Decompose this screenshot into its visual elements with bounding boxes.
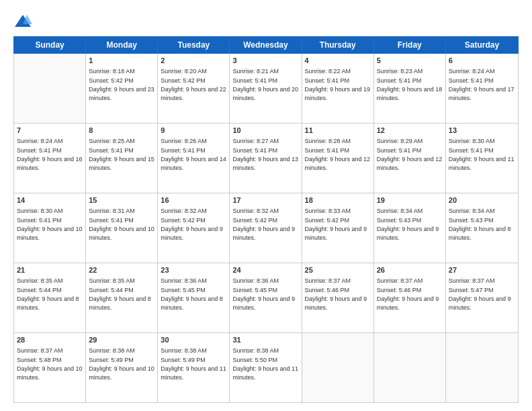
cell-info: Sunrise: 8:22 AMSunset: 5:41 PMDaylight:… <box>305 68 371 101</box>
day-number: 20 <box>449 195 515 205</box>
calendar-cell: 3 Sunrise: 8:21 AMSunset: 5:41 PMDayligh… <box>230 54 302 123</box>
cell-info: Sunrise: 8:35 AMSunset: 5:44 PMDaylight:… <box>89 277 151 311</box>
day-header-tuesday: Tuesday <box>158 37 230 53</box>
day-number: 4 <box>305 56 371 66</box>
calendar-cell: 5 Sunrise: 8:23 AMSunset: 5:41 PMDayligh… <box>374 54 446 123</box>
calendar-cell: 31 Sunrise: 8:38 AMSunset: 5:50 PMDaylig… <box>230 333 302 402</box>
logo-icon <box>13 12 32 31</box>
cell-info: Sunrise: 8:32 AMSunset: 5:42 PMDaylight:… <box>232 208 295 241</box>
calendar-cell: 7 Sunrise: 8:24 AMSunset: 5:41 PMDayligh… <box>14 124 86 193</box>
calendar-cell: 1 Sunrise: 8:18 AMSunset: 5:42 PMDayligh… <box>86 54 158 123</box>
cell-info: Sunrise: 8:35 AMSunset: 5:44 PMDaylight:… <box>17 277 79 311</box>
day-number: 25 <box>305 265 371 275</box>
calendar-cell: 8 Sunrise: 8:25 AMSunset: 5:41 PMDayligh… <box>86 124 158 193</box>
day-number: 6 <box>449 56 515 66</box>
cell-info: Sunrise: 8:36 AMSunset: 5:45 PMDaylight:… <box>232 277 295 311</box>
day-number: 13 <box>449 126 515 136</box>
day-header-sunday: Sunday <box>14 37 86 53</box>
day-number: 9 <box>161 126 226 136</box>
calendar-cell: 11 Sunrise: 8:28 AMSunset: 5:41 PMDaylig… <box>302 124 374 193</box>
cell-info: Sunrise: 8:34 AMSunset: 5:43 PMDaylight:… <box>449 208 511 241</box>
day-number: 15 <box>89 195 154 205</box>
cell-info: Sunrise: 8:21 AMSunset: 5:41 PMDaylight:… <box>232 68 298 101</box>
day-number: 24 <box>232 265 298 275</box>
cell-info: Sunrise: 8:37 AMSunset: 5:46 PMDaylight:… <box>377 277 439 311</box>
day-number: 7 <box>17 126 83 136</box>
calendar-cell: 16 Sunrise: 8:32 AMSunset: 5:42 PMDaylig… <box>158 193 230 263</box>
cell-info: Sunrise: 8:24 AMSunset: 5:41 PMDaylight:… <box>17 138 83 171</box>
cell-info: Sunrise: 8:26 AMSunset: 5:41 PMDaylight:… <box>161 138 226 171</box>
day-number: 23 <box>161 265 226 275</box>
calendar-cell: 23 Sunrise: 8:36 AMSunset: 5:45 PMDaylig… <box>158 263 230 332</box>
cell-info: Sunrise: 8:20 AMSunset: 5:42 PMDaylight:… <box>161 68 226 101</box>
calendar-row: 28 Sunrise: 8:37 AMSunset: 5:48 PMDaylig… <box>14 333 518 402</box>
cell-info: Sunrise: 8:23 AMSunset: 5:41 PMDaylight:… <box>377 68 443 101</box>
cell-info: Sunrise: 8:33 AMSunset: 5:42 PMDaylight:… <box>305 208 367 241</box>
logo <box>13 12 35 31</box>
calendar-cell: 9 Sunrise: 8:26 AMSunset: 5:41 PMDayligh… <box>158 124 230 193</box>
calendar-cell: 21 Sunrise: 8:35 AMSunset: 5:44 PMDaylig… <box>14 263 86 332</box>
cell-info: Sunrise: 8:18 AMSunset: 5:42 PMDaylight:… <box>89 68 154 101</box>
calendar-cell: 24 Sunrise: 8:36 AMSunset: 5:45 PMDaylig… <box>230 263 302 332</box>
calendar-cell <box>374 333 446 402</box>
cell-info: Sunrise: 8:36 AMSunset: 5:45 PMDaylight:… <box>161 277 223 311</box>
day-number: 31 <box>232 335 298 345</box>
calendar-row: 1 Sunrise: 8:18 AMSunset: 5:42 PMDayligh… <box>14 54 518 124</box>
cell-info: Sunrise: 8:29 AMSunset: 5:41 PMDaylight:… <box>377 138 443 171</box>
day-number: 16 <box>161 195 226 205</box>
day-header-wednesday: Wednesday <box>230 37 302 53</box>
day-number: 5 <box>377 56 443 66</box>
day-number: 10 <box>232 126 298 136</box>
calendar-cell: 13 Sunrise: 8:30 AMSunset: 5:41 PMDaylig… <box>446 124 518 193</box>
cell-info: Sunrise: 8:30 AMSunset: 5:41 PMDaylight:… <box>17 208 83 241</box>
cell-info: Sunrise: 8:32 AMSunset: 5:42 PMDaylight:… <box>161 208 223 241</box>
day-number: 28 <box>17 335 83 345</box>
cell-info: Sunrise: 8:37 AMSunset: 5:47 PMDaylight:… <box>449 277 511 311</box>
calendar-row: 7 Sunrise: 8:24 AMSunset: 5:41 PMDayligh… <box>14 124 518 193</box>
calendar-cell: 22 Sunrise: 8:35 AMSunset: 5:44 PMDaylig… <box>86 263 158 332</box>
day-number: 8 <box>89 126 154 136</box>
day-header-monday: Monday <box>86 37 158 53</box>
calendar-cell: 6 Sunrise: 8:24 AMSunset: 5:41 PMDayligh… <box>446 54 518 123</box>
calendar-cell: 30 Sunrise: 8:38 AMSunset: 5:49 PMDaylig… <box>158 333 230 402</box>
cell-info: Sunrise: 8:37 AMSunset: 5:46 PMDaylight:… <box>305 277 367 311</box>
day-number: 21 <box>17 265 83 275</box>
calendar-cell: 4 Sunrise: 8:22 AMSunset: 5:41 PMDayligh… <box>302 54 374 123</box>
calendar-row: 21 Sunrise: 8:35 AMSunset: 5:44 PMDaylig… <box>14 263 518 333</box>
calendar-row: 14 Sunrise: 8:30 AMSunset: 5:41 PMDaylig… <box>14 193 518 263</box>
day-header-friday: Friday <box>374 37 446 53</box>
cell-info: Sunrise: 8:38 AMSunset: 5:50 PMDaylight:… <box>232 347 298 381</box>
calendar-cell: 2 Sunrise: 8:20 AMSunset: 5:42 PMDayligh… <box>158 54 230 123</box>
day-number: 3 <box>232 56 298 66</box>
calendar-cell: 15 Sunrise: 8:31 AMSunset: 5:41 PMDaylig… <box>86 193 158 263</box>
day-header-thursday: Thursday <box>302 37 374 53</box>
cell-info: Sunrise: 8:28 AMSunset: 5:41 PMDaylight:… <box>305 138 371 171</box>
cell-info: Sunrise: 8:38 AMSunset: 5:49 PMDaylight:… <box>161 347 226 381</box>
calendar-cell <box>14 54 86 123</box>
calendar-cell <box>446 333 518 402</box>
day-number: 14 <box>17 195 83 205</box>
day-number: 12 <box>377 126 443 136</box>
calendar-body: 1 Sunrise: 8:18 AMSunset: 5:42 PMDayligh… <box>13 54 519 403</box>
cell-info: Sunrise: 8:34 AMSunset: 5:43 PMDaylight:… <box>377 208 439 241</box>
header <box>13 12 519 31</box>
calendar-cell: 12 Sunrise: 8:29 AMSunset: 5:41 PMDaylig… <box>374 124 446 193</box>
cell-info: Sunrise: 8:38 AMSunset: 5:49 PMDaylight:… <box>89 347 154 381</box>
day-number: 26 <box>377 265 443 275</box>
calendar: SundayMondayTuesdayWednesdayThursdayFrid… <box>13 36 519 403</box>
calendar-cell: 14 Sunrise: 8:30 AMSunset: 5:41 PMDaylig… <box>14 193 86 263</box>
day-number: 18 <box>305 195 371 205</box>
calendar-cell: 29 Sunrise: 8:38 AMSunset: 5:49 PMDaylig… <box>86 333 158 402</box>
calendar-cell: 26 Sunrise: 8:37 AMSunset: 5:46 PMDaylig… <box>374 263 446 332</box>
day-number: 17 <box>232 195 298 205</box>
day-number: 2 <box>161 56 226 66</box>
day-header-saturday: Saturday <box>446 37 518 53</box>
day-number: 29 <box>89 335 154 345</box>
calendar-cell: 28 Sunrise: 8:37 AMSunset: 5:48 PMDaylig… <box>14 333 86 402</box>
cell-info: Sunrise: 8:24 AMSunset: 5:41 PMDaylight:… <box>449 68 515 101</box>
calendar-cell <box>302 333 374 402</box>
day-number: 1 <box>89 56 154 66</box>
cell-info: Sunrise: 8:27 AMSunset: 5:41 PMDaylight:… <box>232 138 298 171</box>
cell-info: Sunrise: 8:31 AMSunset: 5:41 PMDaylight:… <box>89 208 154 241</box>
calendar-cell: 10 Sunrise: 8:27 AMSunset: 5:41 PMDaylig… <box>230 124 302 193</box>
